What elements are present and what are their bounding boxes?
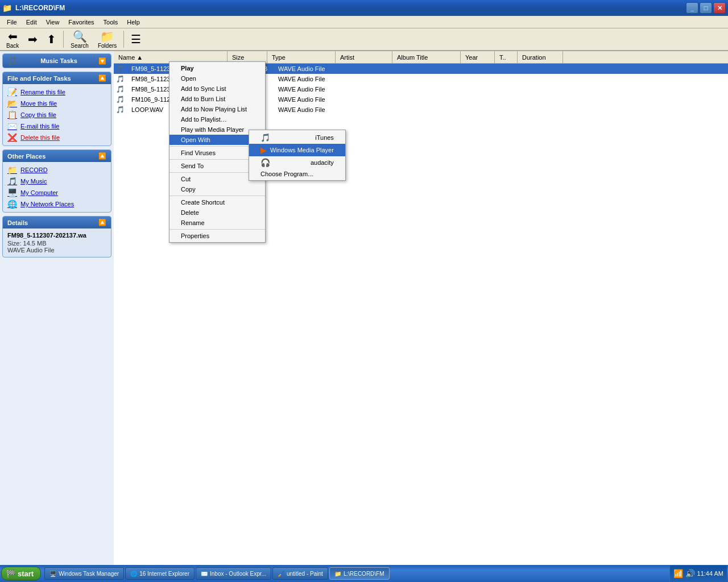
- music-tasks-icon: 🎵: [7, 56, 17, 65]
- file-type: WAVE Audio File: [274, 65, 342, 72]
- my-computer-icon: 🖥️: [7, 188, 17, 197]
- back-button[interactable]: ⬅ Back: [2, 28, 23, 51]
- task-manager-icon: 🖥️: [49, 571, 56, 577]
- tray-network-icon: 📶: [673, 569, 683, 578]
- taskbar-btn-task-manager[interactable]: 🖥️ Windows Task Manager: [44, 567, 124, 580]
- menu-tools[interactable]: Tools: [99, 18, 123, 27]
- my-computer-label: My Computer: [20, 189, 58, 196]
- file-type: WAVE Audio File: [274, 96, 342, 103]
- music-tasks-header: 🎵 Music Tasks 🔽: [3, 54, 111, 68]
- menu-favorites[interactable]: Favorites: [64, 18, 98, 27]
- move-file-item[interactable]: 📂 Move this file: [3, 98, 111, 109]
- col-header-track[interactable]: T..: [495, 51, 518, 63]
- col-header-duration[interactable]: Duration: [518, 51, 563, 63]
- rename-icon: 📝: [7, 88, 17, 97]
- ctx-sep-5: [169, 229, 265, 230]
- start-label: start: [18, 569, 34, 578]
- file-icon: 🎵: [116, 85, 125, 93]
- network-icon: 🌐: [7, 199, 17, 209]
- file-tasks-label: File and Folder Tasks: [7, 75, 71, 82]
- other-places-collapse-icon[interactable]: 🔼: [98, 152, 106, 160]
- other-places-label: Other Places: [7, 153, 46, 160]
- menu-view[interactable]: View: [42, 18, 64, 27]
- rename-file-item[interactable]: 📝 Rename this file: [3, 86, 111, 98]
- ctx-add-playlist[interactable]: Add to Playlist…: [169, 114, 265, 124]
- my-music-item[interactable]: 🎵 My Music: [3, 176, 111, 187]
- menu-help[interactable]: Help: [122, 18, 144, 27]
- col-type-label: Type: [272, 54, 286, 61]
- system-tray: 📶 🔊 11:44 AM: [669, 566, 727, 581]
- col-header-artist[interactable]: Artist: [336, 51, 392, 63]
- col-header-album[interactable]: Album Title: [392, 51, 461, 63]
- ctx-play[interactable]: Play: [169, 63, 265, 73]
- ctx-audacity[interactable]: 🎧 audacity: [249, 156, 345, 169]
- tray-volume-icon[interactable]: 🔊: [685, 569, 695, 578]
- menu-file[interactable]: File: [2, 18, 22, 27]
- forward-icon: ➡: [28, 33, 38, 45]
- move-icon: 📂: [7, 99, 17, 108]
- explorer-label: L:\RECORD\FM: [344, 571, 384, 577]
- ctx-itunes[interactable]: 🎵 iTunes: [249, 131, 345, 144]
- ctx-create-shortcut[interactable]: Create Shortcut: [169, 197, 265, 207]
- copy-label: Copy this file: [20, 111, 56, 118]
- details-type: WAVE Audio File: [7, 247, 106, 253]
- menu-edit[interactable]: Edit: [22, 18, 42, 27]
- taskbar-btn-ie[interactable]: 🌐 16 Internet Explorer: [125, 567, 195, 580]
- window-controls: _ □ ✕: [686, 2, 726, 14]
- delete-label: Delete this file: [20, 134, 60, 141]
- network-places-item[interactable]: 🌐 My Network Places: [3, 198, 111, 210]
- folders-button[interactable]: 📁 Folders: [94, 28, 121, 51]
- wmp-icon: ▶: [260, 146, 267, 155]
- ctx-delete[interactable]: Delete: [169, 207, 265, 218]
- up-button[interactable]: ⬆: [43, 31, 60, 47]
- paint-icon: 🖌️: [278, 571, 284, 577]
- ctx-choose-program[interactable]: Choose Program...: [249, 169, 345, 179]
- music-tasks-label: Music Tasks: [40, 57, 77, 64]
- ctx-open[interactable]: Open: [169, 73, 265, 84]
- maximize-button[interactable]: □: [700, 2, 712, 14]
- file-type: WAVE Audio File: [274, 106, 342, 113]
- ctx-wmp[interactable]: ▶ Windows Media Player: [249, 144, 345, 156]
- back-label: Back: [6, 43, 19, 49]
- search-button[interactable]: 🔍 Search: [67, 28, 93, 51]
- file-tasks-collapse-icon[interactable]: 🔼: [98, 74, 106, 82]
- forward-button[interactable]: ➡: [24, 31, 42, 47]
- open-with-submenu: 🎵 iTunes ▶ Windows Media Player 🎧 audaci…: [249, 130, 346, 181]
- folders-label: Folders: [98, 43, 117, 49]
- windows-logo: 🏁: [6, 569, 15, 578]
- ctx-copy[interactable]: Copy: [169, 184, 265, 194]
- start-button[interactable]: 🏁 start: [1, 567, 41, 580]
- col-header-type[interactable]: Type: [267, 51, 336, 63]
- col-artist-label: Artist: [340, 54, 354, 61]
- delete-file-item[interactable]: ❌ Delete this file: [3, 132, 111, 143]
- file-type: WAVE Audio File: [274, 86, 342, 93]
- ctx-properties[interactable]: Properties: [169, 231, 265, 241]
- ctx-add-burn[interactable]: Add to Burn List: [169, 94, 265, 104]
- my-computer-item[interactable]: 🖥️ My Computer: [3, 187, 111, 198]
- tray-time: 11:44 AM: [697, 570, 723, 577]
- col-duration-label: Duration: [522, 54, 546, 61]
- ctx-add-sync[interactable]: Add to Sync List: [169, 84, 265, 94]
- details-filename: FM98_5-112307-202137.wa: [7, 232, 106, 239]
- details-collapse-icon[interactable]: 🔼: [98, 219, 106, 226]
- details-size: Size: 14.5 MB: [7, 240, 106, 247]
- minimize-button[interactable]: _: [686, 2, 698, 14]
- col-header-year[interactable]: Year: [461, 51, 495, 63]
- views-button[interactable]: ☰: [127, 31, 145, 47]
- record-item[interactable]: 📁 RECORD: [3, 164, 111, 176]
- taskbar-btn-paint[interactable]: 🖌️ untitled - Paint: [272, 567, 328, 580]
- taskbar-btn-outlook[interactable]: ✉️ Inbox - Outlook Expr...: [196, 567, 271, 580]
- ctx-add-now-playing[interactable]: Add to Now Playing List: [169, 104, 265, 114]
- collapse-icon[interactable]: 🔽: [98, 57, 106, 65]
- ctx-rename[interactable]: Rename: [169, 218, 265, 228]
- task-manager-label: Windows Task Manager: [59, 571, 119, 577]
- copy-file-item[interactable]: 📋 Copy this file: [3, 109, 111, 120]
- itunes-icon: 🎵: [260, 133, 270, 142]
- email-file-item[interactable]: ✉️ E-mail this file: [3, 120, 111, 132]
- record-label: RECORD: [20, 167, 48, 173]
- title-bar: 📁 L:\RECORD\FM _ □ ✕: [0, 0, 728, 16]
- record-folder-icon: 📁: [7, 165, 17, 174]
- details-label: Details: [7, 219, 28, 226]
- taskbar-btn-explorer[interactable]: 📁 L:\RECORD\FM: [329, 567, 390, 580]
- close-button[interactable]: ✕: [713, 2, 726, 14]
